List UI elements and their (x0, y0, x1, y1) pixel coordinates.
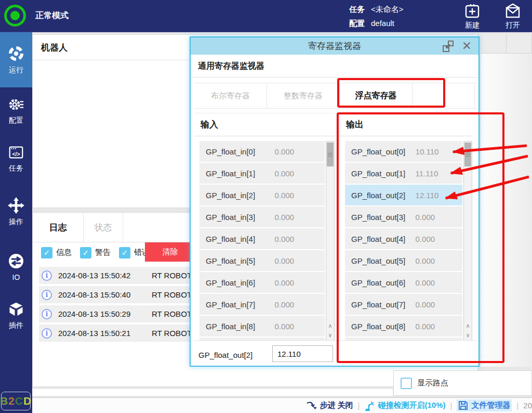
tab-status[interactable]: 状态 (84, 213, 123, 242)
register-row[interactable]: GP_float_in[5]0.000 (200, 250, 325, 271)
settings-icon (8, 96, 24, 113)
right-panel-tab-cell[interactable] (507, 34, 532, 53)
register-name: GP_float_out[4] (345, 235, 405, 243)
scroll-up-button[interactable]: ∧ (464, 321, 472, 330)
scroll-down-button[interactable]: ∨ (464, 331, 472, 340)
columns-bottom-divider (194, 340, 477, 341)
sidebar-item-config[interactable]: 配置 (0, 95, 32, 127)
register-name: GP_float_in[1] (200, 169, 255, 178)
register-name: GP_float_out[2] (345, 191, 405, 200)
mode-status-dot (10, 11, 20, 20)
register-row[interactable]: GP_float_out[2]12.110 (345, 185, 462, 205)
brand-code-badge[interactable]: B2CD (1, 392, 31, 410)
register-row[interactable]: GP_float_in[3]0.000 (200, 206, 325, 227)
tab-float-register[interactable]: 浮点寄存器 (340, 83, 413, 108)
register-row[interactable]: GP_float_in[4]0.000 (200, 228, 325, 249)
scrollbar-thumb[interactable] (327, 143, 334, 166)
register-type-tabs: 布尔寄存器 整数寄存器 浮点寄存器 (194, 83, 477, 109)
topbar: 正常模式 任务<未命名> 配置default 新建 (0, 0, 532, 32)
register-row[interactable]: GP_float_in[2]0.000 (200, 185, 325, 205)
popout-icon[interactable] (442, 40, 455, 53)
show-waypoints-checkbox[interactable] (401, 378, 412, 389)
sidebar-item-plugin[interactable]: 插件 (0, 300, 32, 332)
checkbox-checked-icon[interactable]: ✓ (80, 247, 91, 259)
register-name: GP_float_in[6] (200, 278, 255, 287)
log-source: RT ROBOT (152, 290, 194, 299)
register-value: 0.000 (275, 322, 295, 331)
tab-bool-register[interactable]: 布尔寄存器 (194, 83, 267, 108)
config-label: 配置 (349, 19, 365, 28)
scroll-down-button[interactable]: ∨ (326, 331, 334, 340)
clear-log-button[interactable]: 清除 (145, 242, 195, 262)
register-row[interactable]: GP_float_out[4]0.000 (345, 228, 462, 249)
info-icon: i (42, 270, 52, 281)
input-register-column: 输入 GP_float_in[0]0.000GP_float_in[1]0.00… (194, 113, 340, 340)
open-task-button[interactable]: 打开 (504, 3, 522, 30)
file-manager-label: 文件管理器 (471, 401, 510, 410)
collision-detection-toggle[interactable]: 碰撞检测开启(10%) (364, 401, 445, 411)
register-row[interactable]: GP_float_out[0]10.110 (345, 141, 462, 162)
sidebar-item-run[interactable]: 运行 (0, 32, 32, 87)
register-value: 0.000 (275, 256, 295, 265)
register-name: GP_float_out[0] (345, 147, 405, 156)
scrollbar-thumb[interactable] (464, 143, 471, 166)
filter-info[interactable]: ✓ 信息 (41, 247, 72, 259)
sidebar-item-task[interactable]: </> 任务 (0, 143, 32, 175)
register-row[interactable]: GP_float_in[0]0.000 (200, 141, 325, 162)
output-rows: GP_float_out[0]10.110GP_float_out[1]11.1… (345, 141, 462, 341)
register-name: GP_float_out[3] (345, 213, 405, 222)
register-value-input[interactable] (272, 345, 333, 362)
close-icon[interactable]: ✕ (462, 38, 472, 54)
tab-spacer (413, 83, 475, 108)
scrollbar[interactable]: ∧ ∨ (326, 141, 335, 341)
run-icon (7, 45, 25, 62)
tab-int-register[interactable]: 整数寄存器 (267, 83, 340, 108)
new-task-button[interactable]: 新建 (463, 3, 481, 30)
task-row: 任务<未命名> (349, 2, 404, 16)
dialog-title: 寄存器监视器 (308, 40, 361, 52)
register-value: 0.000 (275, 191, 295, 200)
task-config-info: 任务<未命名> 配置default (349, 2, 404, 30)
content-bottom-strip (32, 388, 393, 396)
filter-label: 信息 (56, 248, 72, 257)
step-mode-label: 步进 关闭 (320, 401, 353, 410)
register-value: 0.000 (416, 322, 435, 331)
register-row[interactable]: GP_float_out[5]0.000 (345, 250, 462, 271)
file-manager-button[interactable]: 文件管理器 (457, 399, 512, 411)
log-source: RT ROBOT (152, 329, 194, 338)
step-mode-toggle[interactable]: 步进 关闭 (306, 401, 353, 410)
right-panel-tab-cell[interactable] (481, 34, 507, 53)
log-source: RT ROBOT (152, 309, 194, 318)
register-value: 0.000 (275, 235, 295, 243)
scroll-up-button[interactable]: ∧ (326, 321, 334, 330)
register-row[interactable]: GP_float_in[1]0.000 (200, 163, 325, 184)
sidebar: 运行 配置 </> 任务 操作 (0, 32, 32, 413)
register-row[interactable]: GP_float_out[8]0.000 (345, 316, 462, 337)
register-row[interactable]: GP_float_out[7]0.000 (345, 294, 462, 315)
sidebar-item-io[interactable]: IO (0, 251, 32, 283)
checkbox-checked-icon[interactable]: ✓ (119, 247, 130, 259)
brand-code-char: 2 (8, 395, 15, 407)
register-row[interactable]: GP_float_in[7]0.000 (200, 294, 325, 315)
sidebar-item-label: 任务 (9, 164, 23, 173)
sidebar-item-jog[interactable]: 操作 (0, 190, 32, 233)
register-row[interactable]: GP_float_out[6]0.000 (345, 272, 462, 293)
tab-log[interactable]: 日志 (33, 213, 84, 242)
register-row[interactable]: GP_float_out[3]0.000 (345, 206, 462, 227)
register-name: GP_float_out[5] (345, 256, 405, 265)
register-row[interactable]: GP_float_out[1]11.110 (345, 163, 462, 184)
sidebar-item-label: 插件 (9, 321, 23, 330)
register-monitor-dialog: 寄存器监视器 ✕ 通用寄存器监视器 布尔寄存器 整数寄存器 浮点寄存器 输入 G… (190, 36, 480, 367)
register-value: 0.000 (275, 147, 295, 156)
register-name: GP_float_in[0] (200, 147, 255, 156)
register-row[interactable]: GP_float_in[8]0.000 (200, 316, 325, 337)
register-row[interactable]: GP_float_in[6]0.000 (200, 272, 325, 293)
checkbox-checked-icon[interactable]: ✓ (41, 247, 52, 259)
filter-warning[interactable]: ✓ 警告 (80, 247, 111, 259)
io-icon (7, 252, 25, 270)
dialog-titlebar[interactable]: 寄存器监视器 ✕ (191, 37, 478, 55)
scrollbar[interactable]: ∧ ∨ (463, 141, 472, 341)
brand-code-char: D (23, 395, 32, 407)
dialog-subtitle: 通用寄存器监视器 (191, 55, 478, 78)
log-timestamp: 2024-08-13 15:50:21 (58, 329, 145, 338)
